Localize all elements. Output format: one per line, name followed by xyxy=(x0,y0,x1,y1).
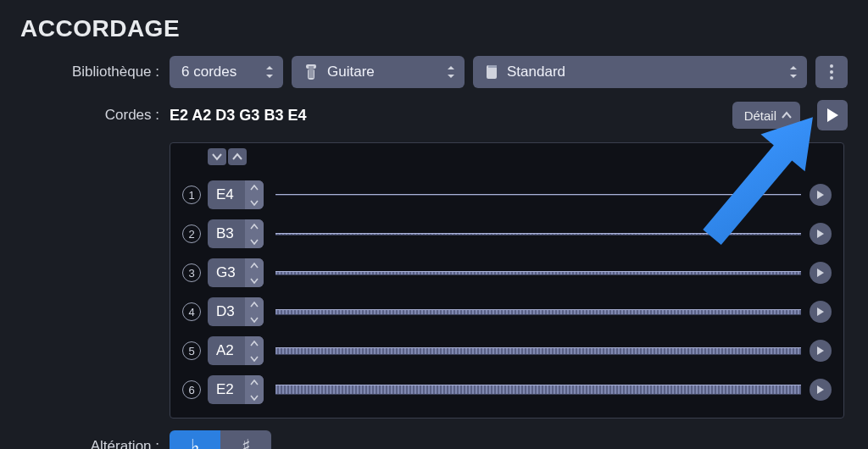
string-gauge xyxy=(275,194,801,196)
string-row: 6 E2 xyxy=(182,370,832,409)
note-down-button[interactable] xyxy=(245,390,264,404)
note-down-button[interactable] xyxy=(245,351,264,365)
string-number: 6 xyxy=(182,380,201,399)
note-up-button[interactable] xyxy=(245,375,264,390)
string-gauge xyxy=(275,233,801,236)
note-down-button[interactable] xyxy=(245,195,264,209)
play-icon xyxy=(816,190,825,200)
strings-count-value: 6 cordes xyxy=(181,64,264,80)
chevron-down-icon xyxy=(250,355,259,362)
strings-count-select[interactable]: 6 cordes xyxy=(170,56,283,88)
string-number: 1 xyxy=(182,186,201,204)
chevron-down-icon xyxy=(212,152,222,161)
note-up-button[interactable] xyxy=(245,336,264,351)
play-string-button[interactable] xyxy=(810,262,832,284)
play-icon xyxy=(816,229,825,239)
play-icon xyxy=(826,108,839,123)
library-row: Bibliothèque : 6 cordes Guitare xyxy=(20,56,848,88)
note-spinner[interactable]: E2 xyxy=(208,375,264,404)
chevron-up-icon xyxy=(250,185,259,191)
note-value: G3 xyxy=(208,264,245,281)
svg-point-8 xyxy=(830,70,833,74)
alteration-label: Altération : xyxy=(20,438,170,449)
tuning-value: Standard xyxy=(507,64,788,80)
chevron-up-icon xyxy=(250,224,259,230)
transpose-down-button[interactable] xyxy=(208,148,226,165)
chevron-down-icon xyxy=(250,238,259,245)
play-string-button[interactable] xyxy=(810,301,832,323)
more-menu-button[interactable] xyxy=(815,56,848,88)
play-all-button[interactable] xyxy=(817,100,848,130)
string-number: 2 xyxy=(182,224,201,243)
chevron-down-icon xyxy=(250,199,259,206)
tuning-select[interactable]: Standard xyxy=(473,56,807,88)
string-gauge xyxy=(275,271,801,275)
strings-label: Cordes : xyxy=(20,107,170,124)
chevron-up-icon xyxy=(250,380,259,386)
note-up-button[interactable] xyxy=(245,258,264,273)
note-spinner[interactable]: G3 xyxy=(208,258,264,287)
play-icon xyxy=(816,307,825,317)
note-spinner[interactable]: A2 xyxy=(208,336,264,365)
kebab-icon xyxy=(829,64,834,80)
note-spinner[interactable]: E4 xyxy=(208,180,264,209)
chevron-down-icon xyxy=(250,316,259,323)
guitar-icon xyxy=(303,64,319,80)
note-value: B3 xyxy=(208,225,245,242)
string-gauge xyxy=(275,385,801,395)
note-spinner[interactable]: B3 xyxy=(208,219,264,248)
note-value: D3 xyxy=(208,303,245,320)
svg-point-9 xyxy=(830,76,833,80)
chevron-up-icon xyxy=(250,263,259,269)
chevron-updown-icon xyxy=(788,65,798,79)
play-string-button[interactable] xyxy=(810,184,832,206)
strings-row: Cordes : E2 A2 D3 G3 B3 E4 Détail xyxy=(20,100,848,130)
note-down-button[interactable] xyxy=(245,234,264,248)
chevron-updown-icon xyxy=(446,65,456,79)
note-up-button[interactable] xyxy=(245,297,264,312)
chevron-up-icon xyxy=(232,152,242,161)
string-row: 4 D3 xyxy=(182,292,832,331)
instrument-select[interactable]: Guitare xyxy=(292,56,465,88)
library-label: Bibliothèque : xyxy=(20,64,170,80)
chevron-updown-icon xyxy=(264,65,275,79)
play-string-button[interactable] xyxy=(810,379,832,401)
note-up-button[interactable] xyxy=(245,219,264,234)
string-row: 3 G3 xyxy=(182,253,832,292)
string-gauge xyxy=(275,309,801,315)
chevron-down-icon xyxy=(250,277,259,284)
play-string-button[interactable] xyxy=(810,223,832,245)
note-value: E4 xyxy=(208,186,245,203)
note-spinner[interactable]: D3 xyxy=(208,297,264,326)
note-up-button[interactable] xyxy=(245,180,264,195)
chevron-up-icon xyxy=(250,302,259,308)
string-gauge xyxy=(275,347,801,355)
strings-summary: E2 A2 D3 G3 B3 E4 xyxy=(170,107,724,125)
chevron-up-icon xyxy=(250,341,259,347)
play-string-button[interactable] xyxy=(810,340,832,362)
alteration-segmented: ♭ ♯ xyxy=(170,430,271,449)
page-title: ACCORDAGE xyxy=(20,15,848,42)
string-row: 2 B3 xyxy=(182,214,832,253)
note-down-button[interactable] xyxy=(245,273,264,287)
string-number: 5 xyxy=(182,341,201,360)
alteration-sharp-button[interactable]: ♯ xyxy=(220,430,271,449)
chevron-down-icon xyxy=(250,394,259,401)
svg-point-7 xyxy=(830,64,833,68)
note-value: A2 xyxy=(208,342,245,359)
detail-toggle-button[interactable]: Détail xyxy=(732,102,800,129)
string-row: 1 E4 xyxy=(182,175,832,214)
book-icon xyxy=(485,64,498,80)
play-icon xyxy=(816,385,825,395)
transpose-up-button[interactable] xyxy=(228,148,247,165)
play-icon xyxy=(816,346,825,356)
strings-detail-panel: 1 E4 2 B3 3 xyxy=(170,142,844,419)
string-number: 3 xyxy=(182,263,201,282)
instrument-value: Guitare xyxy=(327,64,446,80)
chevron-up-icon xyxy=(782,111,792,119)
note-down-button[interactable] xyxy=(245,312,264,326)
transpose-buttons xyxy=(208,148,247,165)
alteration-flat-button[interactable]: ♭ xyxy=(170,430,220,449)
play-icon xyxy=(816,268,825,278)
note-value: E2 xyxy=(208,381,245,398)
